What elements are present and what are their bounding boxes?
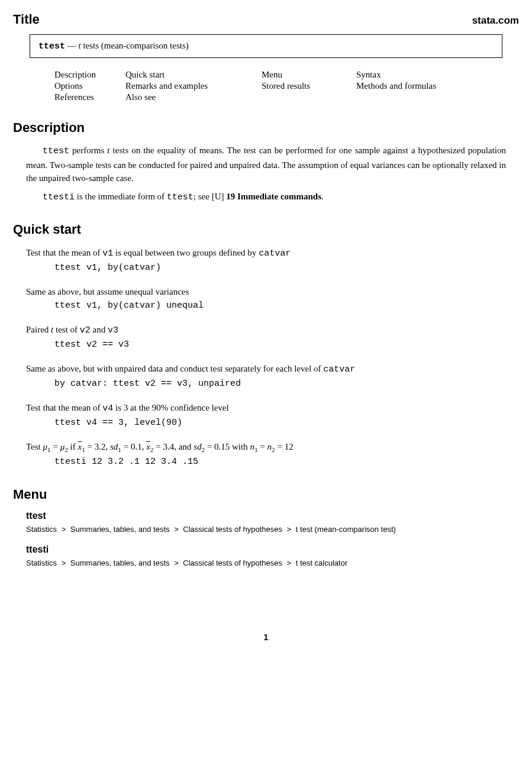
qs-text: = 3.4, and [153, 442, 194, 451]
title-rest: tests (mean-comparison tests) [81, 41, 189, 50]
qs-n: n [250, 442, 254, 451]
qs-sd: sd [110, 442, 118, 451]
qs-var: v2 [80, 325, 91, 335]
toc-menu[interactable]: Menu [262, 70, 282, 79]
menu-crumb: Classical tests of hypotheses [183, 525, 282, 534]
qs-mu: μ [43, 442, 48, 451]
qs-text: is 3 at the 90% confidence level [113, 403, 228, 412]
section-quickstart: Quick start [13, 222, 519, 237]
qs-code-6: ttesti 12 3.2 .1 12 3.4 .15 [54, 455, 506, 469]
desc-cmd: ttest [43, 146, 69, 156]
toc-quickstart[interactable]: Quick start [125, 70, 165, 79]
qs-text: is equal between two groups defined by [113, 248, 259, 257]
toc-alsosee[interactable]: Also see [125, 92, 156, 102]
qs-text: = 0.1, [121, 442, 146, 451]
chevron-right-icon: > [174, 559, 179, 567]
menu-path-ttesti: Statistics > Summaries, tables, and test… [26, 559, 506, 567]
qs-item-1: Test that the mean of v1 is equal betwee… [26, 246, 506, 275]
chevron-right-icon: > [287, 525, 292, 534]
qs-text: if [68, 442, 78, 451]
qs-text: Same as above, but with unpaired data an… [26, 364, 323, 373]
description-p1: ttest performs t tests on the equality o… [26, 144, 506, 185]
toc-description[interactable]: Description [54, 70, 96, 79]
chevron-right-icon: > [62, 525, 66, 534]
desc-cmd-ttesti: ttesti [43, 192, 75, 202]
toc-options[interactable]: Options [54, 81, 83, 91]
qs-code-2: ttest v1, by(catvar) unequal [54, 299, 506, 313]
chevron-right-icon: > [62, 559, 66, 567]
menu-sub-ttesti: ttesti [26, 544, 506, 555]
brand-link[interactable]: stata.com [472, 15, 519, 27]
menu-crumb: Summaries, tables, and tests [70, 559, 170, 567]
menu-crumb: Statistics [26, 559, 57, 567]
desc-ref-link[interactable]: 19 Immediate commands [224, 192, 321, 201]
header-row: Title stata.com [13, 12, 519, 27]
desc-text: ; see [194, 192, 212, 201]
qs-var: v3 [108, 325, 118, 335]
qs-var: catvar [323, 364, 355, 375]
toc-remarks[interactable]: Remarks and examples [125, 81, 208, 91]
toc-row: Description Quick start Menu Syntax [54, 70, 519, 80]
toc-references[interactable]: References [54, 92, 94, 102]
description-p2: ttesti is the immediate form of ttest; s… [26, 190, 506, 205]
toc-syntax[interactable]: Syntax [356, 70, 381, 79]
qs-item-2: Same as above, but assume unequal varian… [26, 285, 506, 313]
qs-code-1: ttest v1, by(catvar) [54, 261, 506, 275]
qs-text: Test [26, 442, 43, 451]
menu-sub-ttest: ttest [26, 511, 506, 521]
qs-sd: sd [194, 442, 201, 451]
title-dash: — [65, 41, 79, 50]
toc-stored[interactable]: Stored results [262, 81, 310, 91]
title-box: ttest — t tests (mean-comparison tests) [30, 34, 502, 58]
toc: Description Quick start Menu Syntax Opti… [54, 70, 519, 102]
section-description: Description [13, 120, 519, 135]
chevron-right-icon: > [174, 525, 179, 534]
qs-text: Same as above, but assume unequal varian… [26, 287, 189, 296]
title-cmd: ttest [38, 41, 65, 51]
qs-text: Paired [26, 325, 51, 334]
qs-item-4: Same as above, but with unpaired data an… [26, 361, 506, 391]
menu-crumb: Classical tests of hypotheses [183, 559, 282, 567]
menu-path-ttest: Statistics > Summaries, tables, and test… [26, 525, 506, 534]
desc-cmd-ttest: ttest [167, 192, 194, 202]
qs-xbar: x [146, 442, 150, 451]
qs-text: = 0.15 with [205, 442, 250, 451]
menu-crumb: Summaries, tables, and tests [70, 525, 170, 534]
qs-var: catvar [259, 248, 291, 259]
toc-row: Options Remarks and examples Stored resu… [54, 81, 519, 91]
qs-code-4: by catvar: ttest v2 == v3, unpaired [54, 377, 506, 391]
page-title: Title [13, 12, 40, 27]
qs-text: = 3.2, [85, 442, 110, 451]
toc-methods[interactable]: Methods and formulas [356, 81, 436, 91]
qs-var: v1 [102, 248, 113, 259]
menu-crumb: t test calculator [296, 559, 347, 567]
qs-text: Test that the mean of [26, 248, 102, 257]
qs-text: and [91, 325, 108, 334]
qs-text: = 12 [275, 442, 294, 451]
menu-crumb: t test (mean-comparison test) [296, 525, 396, 534]
qs-text: = [258, 442, 267, 451]
menu-crumb: Statistics [26, 525, 57, 534]
qs-item-6: Test μ1 = μ2 if x1 = 3.2, sd1 = 0.1, x2 … [26, 440, 506, 469]
desc-text: is the immediate form of [75, 192, 167, 201]
section-menu: Menu [13, 487, 519, 502]
qs-code-3: ttest v2 == v3 [54, 338, 506, 352]
desc-ref-bracket: [U] [212, 192, 224, 201]
qs-code-5: ttest v4 == 3, level(90) [54, 416, 506, 430]
qs-text: Test that the mean of [26, 403, 102, 412]
qs-n: n [267, 442, 272, 451]
desc-text: performs [69, 146, 107, 155]
qs-item-5: Test that the mean of v4 is 3 at the 90%… [26, 401, 506, 430]
qs-item-3: Paired t test of v2 and v3 ttest v2 == v… [26, 322, 506, 352]
chevron-right-icon: > [287, 559, 292, 567]
toc-row: References Also see [54, 92, 519, 102]
desc-text: . [321, 192, 324, 201]
qs-text: = [51, 442, 60, 451]
qs-text: test of [53, 325, 80, 334]
qs-var: v4 [102, 403, 113, 414]
page-number: 1 [13, 632, 519, 642]
